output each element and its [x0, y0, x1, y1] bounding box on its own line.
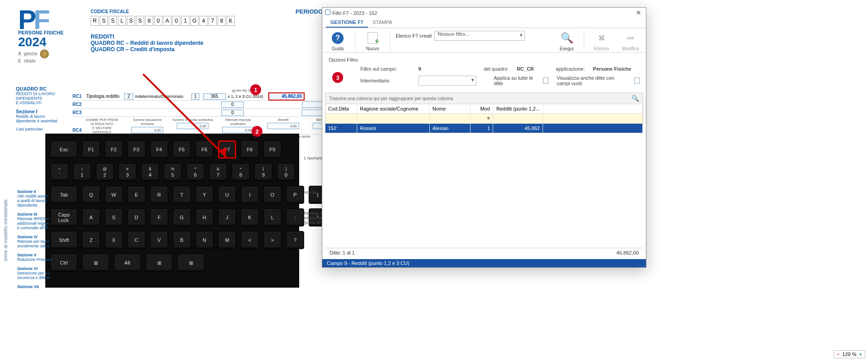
vertical-margin-text: orme al modello ministeriale: [3, 199, 8, 261]
zoom-control[interactable]: − 120 % +: [834, 350, 865, 358]
agency-seal-icon: [40, 49, 49, 58]
gg-input[interactable]: 365: [203, 93, 226, 100]
keyboard-overlay: 2 EscF1F2F3F4F5F6F7F8F9 ~`!1@2#3$4%5^6&7…: [45, 134, 299, 288]
opzioni-filtro-title: Opzioni Filtro: [329, 57, 640, 63]
tipologia-input[interactable]: 2: [124, 93, 133, 100]
footer-ditte-count: Ditte: 1 di 1: [330, 250, 355, 255]
search-icon: 🔍➘: [561, 32, 573, 44]
applicazione-value: Persone Fisiche: [593, 66, 631, 72]
tab-stampa[interactable]: STAMPA: [368, 18, 397, 28]
search-in-grid-icon[interactable]: 🔍: [631, 95, 639, 102]
filter-row[interactable]: =: [325, 114, 643, 124]
edit-arrow-icon: ➦: [626, 32, 635, 44]
applica-tutte-checkbox[interactable]: [543, 77, 548, 84]
quadro-rc-sidebar: QUADRO RC REDDITI DI LAVORO DIPENDENTE E…: [16, 86, 70, 131]
dialog-statusbar: Campo 9 - Redditi (punto 1,2 e 3 CU): [322, 259, 646, 267]
left-sections: Sezione IIAltri redditi assim a quelli d…: [17, 189, 72, 294]
group-bar[interactable]: Trascina una colonna qui per raggruppare…: [329, 96, 453, 101]
tool-esegui[interactable]: 🔍➘ Esegui: [555, 31, 578, 51]
help-icon: ?: [332, 32, 344, 44]
col-cod-ditta[interactable]: Cod.Ditta: [325, 104, 357, 113]
visualizza-vuoti-checkbox[interactable]: [634, 77, 640, 84]
col-ragione[interactable]: Ragione sociale/Cognome: [357, 104, 430, 113]
col-mod[interactable]: Mod: [470, 104, 493, 113]
results-grid: Trascina una colonna qui per raggruppare…: [325, 92, 643, 133]
indet-input[interactable]: 1: [191, 93, 199, 100]
quadro-rc-title: QUADRO RC – Redditi di lavoro dipendente: [91, 40, 344, 46]
dialog-close-button[interactable]: ✕: [634, 9, 643, 16]
data-row[interactable]: 152 Rossini Alessio 1 45.862: [325, 124, 643, 133]
dialog-tabs: GESTIONE F7 STAMPA: [322, 18, 646, 28]
zoom-minus-icon[interactable]: −: [837, 351, 839, 357]
windows-key-icon: ⊞: [157, 260, 161, 266]
codice-fiscale-boxes: RSSLSS80A01G478K: [91, 16, 344, 26]
tab-gestione-f7[interactable]: GESTIONE F7: [326, 18, 368, 28]
windows-key-icon: ⊞: [94, 260, 98, 266]
callout-badge-1: 1: [250, 84, 261, 95]
callout-badge-2: 2: [252, 126, 262, 137]
tool-modifica: ➦ Modifica: [619, 31, 642, 51]
new-doc-icon: +: [368, 32, 378, 44]
delete-icon: ✖: [598, 33, 606, 43]
tool-nuovo[interactable]: + Nuovo: [361, 31, 384, 51]
callout-badge-3: 3: [332, 72, 343, 83]
quadro-value: RC_CR: [517, 66, 534, 72]
intermediario-combo[interactable]: [418, 76, 476, 86]
filtri-f7-dialog: Filtri F7 - 2023 - 152 ✕ GESTIONE F7 STA…: [322, 7, 646, 268]
tax-form-document: PERIODO D'IMPOS PFPERSONE FISICHE 2024 A…: [18, 9, 344, 63]
filtro-campo-value: 9: [418, 66, 421, 72]
col-nome[interactable]: Nome: [430, 104, 470, 113]
tool-elimina: ✖ Elimina: [590, 31, 613, 51]
redditi-title: REDDITI: [91, 33, 344, 40]
pf-logo: PFPERSONE FISICHE 2024 Agenzia Entrate: [18, 9, 77, 63]
zoom-value: 120 %: [842, 351, 856, 357]
footer-total: 45.862,00: [616, 250, 639, 255]
elenco-combo[interactable]: Nessun filtro...: [434, 31, 525, 41]
quadro-cr-title: QUADRO CR – Crediti d'imposta: [91, 46, 344, 53]
dialog-app-icon: [325, 10, 330, 15]
elenco-label: Elenco F7 creati: [396, 33, 432, 39]
zoom-plus-icon[interactable]: +: [859, 351, 862, 357]
redditi-amount-input[interactable]: 45.862,00: [268, 92, 305, 101]
tool-guida[interactable]: ? Guida: [326, 31, 349, 51]
col-redditi[interactable]: Redditi (punto 1,2...: [493, 104, 543, 113]
dialog-title: Filtri F7 - 2023 - 152: [332, 10, 377, 16]
windows-key-icon: ⊞: [189, 260, 193, 266]
